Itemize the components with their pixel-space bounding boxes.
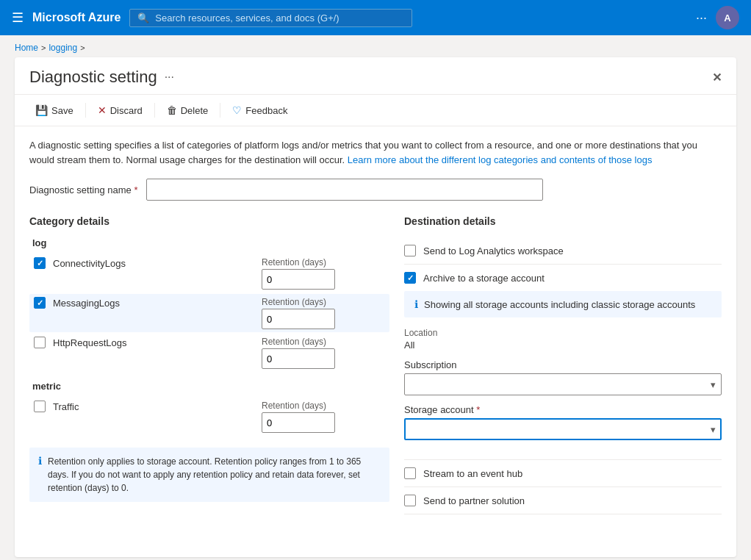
diagnostic-name-label: Diagnostic setting name * <box>29 184 137 195</box>
storage-account-select-wrapper <box>404 418 722 440</box>
content: A diagnostic setting specifies a list of… <box>15 126 736 526</box>
location-value: All <box>404 340 722 351</box>
category-details-title: Category details <box>29 215 389 227</box>
log-item-httprequest: HttpRequestLogs Retention (days) <box>29 334 389 372</box>
diagnostic-name-row: Diagnostic setting name * <box>29 179 722 201</box>
storage-info-box: ℹ Showing all storage accounts including… <box>404 291 722 317</box>
log-item-messaging-left: MessagingLogs <box>34 297 254 309</box>
dest-item-log-analytics: Send to Log Analytics workspace <box>404 237 722 265</box>
save-button[interactable]: 💾 Save <box>29 101 79 120</box>
feedback-icon: ♡ <box>232 104 242 116</box>
partner-solution-checkbox[interactable] <box>404 495 416 506</box>
traffic-retention-label: Retention (days) <box>262 401 335 411</box>
subscription-select-wrapper <box>404 373 722 395</box>
traffic-retention: Retention (days) <box>262 401 335 433</box>
log-item-traffic: Traffic Retention (days) <box>29 398 389 436</box>
log-analytics-checkbox[interactable] <box>404 245 416 256</box>
toolbar-sep-2 <box>154 103 155 118</box>
traffic-retention-input[interactable] <box>262 412 335 433</box>
avatar[interactable]: A <box>716 6 739 29</box>
delete-icon: 🗑 <box>167 104 177 116</box>
httprequest-retention-label: Retention (days) <box>262 337 335 347</box>
event-hub-checkbox[interactable] <box>404 467 416 479</box>
messaging-label: MessagingLogs <box>53 298 120 309</box>
log-item-connectivity: ConnectivityLogs Retention (days) <box>29 254 389 292</box>
traffic-checkbox[interactable] <box>34 401 46 412</box>
event-hub-label: Stream to an event hub <box>423 468 522 479</box>
destination-details-title: Destination details <box>404 215 722 227</box>
save-label: Save <box>51 105 73 116</box>
storage-info-text: Showing all storage accounts including c… <box>424 299 695 310</box>
feedback-label: Feedback <box>245 105 287 116</box>
dest-item-partner-solution: Send to partner solution <box>404 487 722 514</box>
close-button[interactable]: ✕ <box>712 71 722 85</box>
metric-section-title: metric <box>32 381 389 392</box>
dest-expanded-storage-header: Archive to a storage account <box>404 265 722 291</box>
connectivity-label: ConnectivityLogs <box>53 258 126 269</box>
dest-item-event-hub: Stream to an event hub <box>404 460 722 487</box>
search-input[interactable] <box>155 12 403 24</box>
discard-button[interactable]: ✕ Discard <box>92 101 148 120</box>
retention-info-box: ℹ Retention only applies to storage acco… <box>29 448 389 502</box>
log-item-traffic-left: Traffic <box>34 401 254 412</box>
diagnostic-name-input[interactable] <box>146 179 543 201</box>
search-icon: 🔍 <box>137 12 149 24</box>
storage-account-required: * <box>476 404 480 415</box>
hamburger-icon[interactable]: ☰ <box>12 10 24 26</box>
httprequest-label: HttpRequestLogs <box>53 337 126 348</box>
description: A diagnostic setting specifies a list of… <box>29 138 722 167</box>
top-nav: ☰ Microsoft Azure 🔍 ··· A <box>0 0 751 35</box>
toolbar-sep-1 <box>85 103 86 118</box>
retention-info-text: Retention only applies to storage accoun… <box>48 455 381 495</box>
log-item-messaging: MessagingLogs Retention (days) <box>29 294 389 332</box>
save-icon: 💾 <box>35 104 48 116</box>
messaging-retention-label: Retention (days) <box>262 297 335 307</box>
traffic-label: Traffic <box>53 401 79 412</box>
httprequest-retention-input[interactable] <box>262 348 335 369</box>
connectivity-retention-input[interactable] <box>262 269 335 290</box>
storage-account-label: Archive to a storage account <box>423 273 545 284</box>
nav-more-icon[interactable]: ··· <box>696 10 707 26</box>
breadcrumb-home[interactable]: Home <box>15 43 38 53</box>
connectivity-retention-label: Retention (days) <box>262 257 335 268</box>
breadcrumb: Home > logging > <box>0 35 751 57</box>
partner-solution-label: Send to partner solution <box>423 495 525 506</box>
page-more-icon[interactable]: ··· <box>165 71 174 84</box>
storage-account-checkbox[interactable] <box>404 272 416 284</box>
log-section-title: log <box>32 237 389 248</box>
feedback-button[interactable]: ♡ Feedback <box>226 101 293 120</box>
subscription-field: Subscription <box>404 359 722 395</box>
connectivity-retention: Retention (days) <box>262 257 335 290</box>
destination-details-col: Destination details Send to Log Analytic… <box>404 215 722 514</box>
dest-expanded-storage: Archive to a storage account ℹ Showing a… <box>404 265 722 460</box>
app-title: Microsoft Azure <box>32 11 121 24</box>
breadcrumb-logging[interactable]: logging <box>48 43 77 53</box>
log-analytics-label: Send to Log Analytics workspace <box>423 245 564 256</box>
storage-account-field-label: Storage account * <box>404 404 722 415</box>
breadcrumb-sep2: > <box>80 43 85 52</box>
search-bar[interactable]: 🔍 <box>129 9 412 27</box>
delete-button[interactable]: 🗑 Delete <box>161 101 215 120</box>
page-header: Diagnostic setting ··· ✕ <box>15 57 736 95</box>
delete-label: Delete <box>181 105 209 116</box>
storage-account-field: Storage account * <box>404 404 722 440</box>
category-details-col: Category details log ConnectivityLogs Re… <box>29 215 389 502</box>
discard-icon: ✕ <box>98 104 107 116</box>
discard-label: Discard <box>110 105 143 116</box>
connectivity-checkbox[interactable] <box>34 257 46 269</box>
messaging-checkbox[interactable] <box>34 297 46 309</box>
subscription-select[interactable] <box>404 373 722 395</box>
learn-more-link[interactable]: Learn more about the different log categ… <box>348 154 653 165</box>
toolbar: 💾 Save ✕ Discard 🗑 Delete ♡ Feedback <box>15 95 736 126</box>
location-label: Location <box>404 328 722 338</box>
log-item-connectivity-left: ConnectivityLogs <box>34 257 254 269</box>
page-title: Diagnostic setting <box>29 68 157 87</box>
httprequest-checkbox[interactable] <box>34 337 46 348</box>
location-field: Location All <box>404 328 722 351</box>
httprequest-retention: Retention (days) <box>262 337 335 369</box>
main-container: Diagnostic setting ··· ✕ 💾 Save ✕ Discar… <box>15 57 736 557</box>
storage-info-icon: ℹ <box>414 298 418 310</box>
messaging-retention-input[interactable] <box>262 309 335 329</box>
storage-account-select[interactable] <box>404 418 722 440</box>
toolbar-sep-3 <box>220 103 220 118</box>
